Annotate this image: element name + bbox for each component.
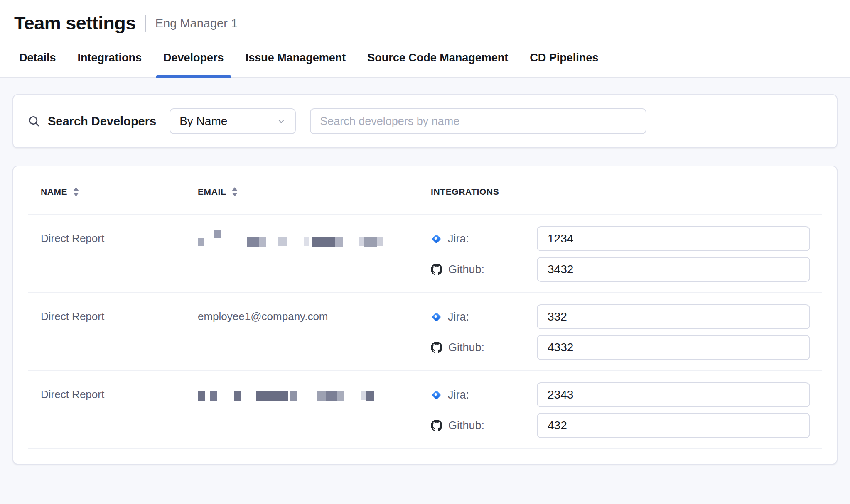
page-title: Team settings	[14, 12, 136, 34]
column-header-integrations: INTEGRATIONS	[431, 186, 822, 197]
developer-email	[198, 382, 431, 438]
developers-table: NAME EMAIL INTEGRATIONS Direct Report	[12, 166, 838, 465]
tab-issue-management[interactable]: Issue Management	[235, 40, 357, 77]
jira-label: Jira:	[431, 389, 537, 401]
jira-icon	[431, 311, 442, 323]
integrations-cell: Jira: Github:	[431, 226, 822, 282]
search-filter-value: By Name	[179, 115, 227, 128]
github-id-input[interactable]	[537, 257, 810, 282]
github-label-text: Github:	[448, 341, 484, 354]
tab-source-code-management[interactable]: Source Code Management	[356, 40, 519, 77]
tab-cd-pipelines[interactable]: CD Pipelines	[519, 40, 609, 77]
jira-id-input[interactable]	[537, 226, 810, 251]
column-label-email: EMAIL	[198, 187, 226, 197]
developer-name: Direct Report	[28, 226, 198, 282]
sort-icon[interactable]	[231, 186, 238, 197]
column-header-name: NAME	[28, 186, 198, 197]
search-icon	[28, 115, 40, 127]
chevron-down-icon	[277, 117, 286, 126]
settings-tabbar: Details Integrations Developers Issue Ma…	[0, 40, 850, 78]
developer-email	[198, 226, 431, 282]
jira-label-text: Jira:	[448, 232, 469, 245]
tab-integrations[interactable]: Integrations	[67, 40, 153, 77]
jira-icon	[431, 389, 442, 401]
tab-details[interactable]: Details	[8, 40, 67, 77]
github-icon	[431, 264, 442, 275]
table-row: Direct Report employee1@company.com Jira…	[28, 293, 822, 371]
table-row: Direct Report Jira:	[28, 371, 822, 449]
developer-name: Direct Report	[28, 304, 198, 360]
redacted-email	[198, 388, 431, 403]
main-content: Search Developers By Name NAME EMAIL I	[0, 78, 850, 465]
jira-integration-row: Jira:	[431, 304, 822, 329]
github-integration-row: Github:	[431, 413, 822, 438]
jira-integration-row: Jira:	[431, 382, 822, 407]
column-label-integrations: INTEGRATIONS	[431, 187, 499, 197]
search-input[interactable]	[310, 108, 646, 134]
github-id-input[interactable]	[537, 335, 810, 360]
github-integration-row: Github:	[431, 335, 822, 360]
search-filter-select[interactable]: By Name	[170, 108, 296, 134]
developer-email: employee1@company.com	[198, 304, 431, 360]
search-developers-label: Search Developers	[28, 115, 156, 128]
jira-icon	[431, 233, 442, 245]
redacted-email	[198, 232, 431, 247]
github-icon	[431, 420, 442, 431]
column-header-email: EMAIL	[198, 186, 431, 197]
search-developers-panel: Search Developers By Name	[12, 94, 838, 148]
jira-label: Jira:	[431, 311, 537, 323]
search-label-text: Search Developers	[48, 115, 156, 128]
jira-id-input[interactable]	[537, 304, 810, 329]
jira-label-text: Jira:	[448, 311, 469, 323]
tab-developers[interactable]: Developers	[152, 40, 235, 77]
github-icon	[431, 342, 442, 353]
table-row: Direct Report	[28, 215, 822, 293]
page-header: Team settings Eng Manager 1	[0, 0, 850, 40]
title-divider	[145, 15, 146, 32]
github-label: Github:	[431, 263, 537, 276]
jira-id-input[interactable]	[537, 382, 810, 407]
github-label: Github:	[431, 419, 537, 432]
jira-label-text: Jira:	[448, 389, 469, 401]
table-header-row: NAME EMAIL INTEGRATIONS	[28, 166, 822, 215]
developer-name: Direct Report	[28, 382, 198, 438]
jira-integration-row: Jira:	[431, 226, 822, 251]
github-id-input[interactable]	[537, 413, 810, 438]
integrations-cell: Jira: Github:	[431, 382, 822, 438]
jira-label: Jira:	[431, 232, 537, 245]
github-label: Github:	[431, 341, 537, 354]
github-label-text: Github:	[448, 263, 484, 276]
integrations-cell: Jira: Github:	[431, 304, 822, 360]
team-name-label: Eng Manager 1	[155, 17, 238, 30]
sort-icon[interactable]	[72, 186, 80, 197]
column-label-name: NAME	[41, 187, 67, 197]
github-label-text: Github:	[448, 419, 484, 432]
github-integration-row: Github:	[431, 257, 822, 282]
